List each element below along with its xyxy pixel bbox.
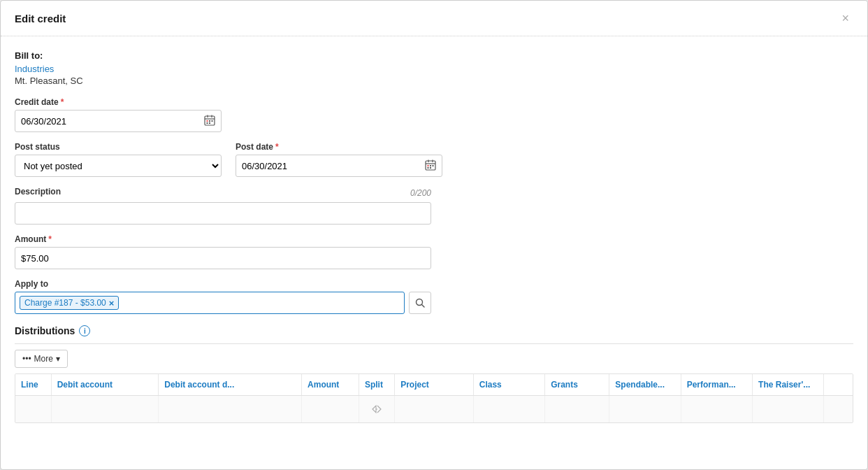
cell-grants bbox=[545, 396, 609, 422]
post-date-input-wrap bbox=[236, 155, 442, 177]
col-header-debit-account: Debit account bbox=[51, 374, 159, 396]
col-header-actions bbox=[824, 374, 853, 396]
col-header-amount: Amount bbox=[302, 374, 359, 396]
col-header-debit-account-d: Debit account d... bbox=[159, 374, 302, 396]
split-icon bbox=[365, 404, 389, 414]
distributions-table: Line Debit account Debit account d... Am… bbox=[15, 374, 853, 422]
distributions-header: Distributions i bbox=[15, 325, 853, 336]
distributions-toolbar: ••• More ▾ bbox=[15, 343, 853, 373]
more-label: More bbox=[34, 354, 53, 364]
apply-to-tags-container[interactable]: Charge #187 - $53.00 × bbox=[15, 292, 405, 314]
description-section: Description 0/200 bbox=[15, 187, 853, 225]
apply-to-search-button[interactable] bbox=[409, 292, 431, 314]
credit-date-section: Credit date * bbox=[15, 97, 853, 132]
cell-project bbox=[395, 396, 474, 422]
cell-amount bbox=[302, 396, 359, 422]
post-date-required-star: * bbox=[275, 142, 279, 152]
modal-header: Edit credit × bbox=[1, 1, 867, 36]
more-chevron-icon: ▾ bbox=[56, 354, 60, 364]
bill-to-name[interactable]: Industries bbox=[15, 64, 853, 74]
distributions-section: Distributions i ••• More ▾ Line Debit ac… bbox=[15, 325, 853, 423]
post-status-post-date-row: Post status Not yet posted Posted Post d… bbox=[15, 142, 853, 177]
amount-section: Amount * bbox=[15, 234, 853, 269]
col-header-spendable: Spendable... bbox=[609, 374, 681, 396]
svg-rect-15 bbox=[433, 165, 434, 166]
col-header-performance: Performan... bbox=[681, 374, 752, 396]
amount-input-wrap bbox=[15, 247, 431, 269]
post-status-label: Post status bbox=[15, 142, 222, 152]
bill-to-section: Bill to: Industries Mt. Pleasant, SC bbox=[15, 50, 853, 86]
tag-remove-button[interactable]: × bbox=[109, 299, 115, 308]
svg-rect-17 bbox=[430, 167, 431, 169]
bill-to-address: Mt. Pleasant, SC bbox=[15, 76, 853, 86]
cell-line bbox=[15, 396, 51, 422]
description-label: Description bbox=[15, 187, 61, 197]
svg-rect-7 bbox=[207, 122, 208, 124]
cell-spendable bbox=[609, 396, 681, 422]
cell-debit-account-d bbox=[159, 396, 302, 422]
distributions-table-body bbox=[15, 396, 853, 422]
credit-date-input-wrap bbox=[15, 110, 222, 132]
cell-raiser bbox=[753, 396, 824, 422]
amount-required-star: * bbox=[48, 234, 52, 244]
svg-line-19 bbox=[422, 305, 425, 308]
col-header-split: Split bbox=[359, 374, 394, 396]
col-header-raiser: The Raiser'... bbox=[753, 374, 824, 396]
edit-credit-modal: Edit credit × Bill to: Industries Mt. Pl… bbox=[0, 0, 868, 470]
distributions-info-icon: i bbox=[79, 325, 90, 336]
apply-to-tag: Charge #187 - $53.00 × bbox=[20, 296, 119, 310]
description-label-row: Description 0/200 bbox=[15, 187, 431, 199]
col-header-line: Line bbox=[15, 374, 51, 396]
post-date-calendar-button[interactable] bbox=[419, 159, 442, 173]
col-header-project: Project bbox=[395, 374, 474, 396]
amount-input[interactable] bbox=[15, 247, 431, 269]
amount-label: Amount * bbox=[15, 234, 853, 244]
cell-split bbox=[359, 396, 394, 422]
svg-rect-8 bbox=[209, 122, 210, 124]
svg-rect-13 bbox=[428, 165, 429, 166]
table-row bbox=[15, 396, 853, 422]
apply-to-section: Apply to Charge #187 - $53.00 × bbox=[15, 279, 853, 314]
modal-title: Edit credit bbox=[15, 13, 66, 24]
apply-to-row: Charge #187 - $53.00 × bbox=[15, 292, 431, 314]
post-date-input[interactable] bbox=[236, 161, 419, 171]
cell-debit-account bbox=[51, 396, 159, 422]
more-dots: ••• bbox=[22, 354, 31, 364]
apply-to-label: Apply to bbox=[15, 279, 853, 289]
col-header-class: Class bbox=[473, 374, 544, 396]
cell-performance bbox=[681, 396, 752, 422]
credit-date-calendar-button[interactable] bbox=[198, 115, 221, 128]
tag-label: Charge #187 - $53.00 bbox=[24, 298, 106, 308]
post-status-select[interactable]: Not yet posted Posted bbox=[15, 155, 222, 177]
modal-body: Bill to: Industries Mt. Pleasant, SC Cre… bbox=[1, 36, 867, 423]
svg-rect-16 bbox=[428, 167, 429, 169]
svg-rect-6 bbox=[212, 120, 213, 122]
more-button[interactable]: ••• More ▾ bbox=[15, 350, 68, 368]
credit-date-input[interactable] bbox=[15, 116, 198, 127]
cell-actions bbox=[824, 396, 853, 422]
post-date-col: Post date * bbox=[236, 142, 442, 177]
cell-class bbox=[473, 396, 544, 422]
post-date-label: Post date * bbox=[236, 142, 442, 152]
distributions-table-head: Line Debit account Debit account d... Am… bbox=[15, 374, 853, 396]
post-status-col: Post status Not yet posted Posted bbox=[15, 142, 222, 177]
close-button[interactable]: × bbox=[837, 10, 853, 26]
description-char-count: 0/200 bbox=[410, 188, 431, 198]
col-header-grants: Grants bbox=[545, 374, 609, 396]
svg-rect-5 bbox=[209, 120, 210, 122]
svg-rect-14 bbox=[430, 165, 431, 166]
bill-to-label: Bill to: bbox=[15, 50, 853, 61]
description-input[interactable] bbox=[15, 202, 431, 225]
credit-date-label: Credit date * bbox=[15, 97, 853, 107]
distributions-table-wrap: Line Debit account Debit account d... Am… bbox=[15, 373, 853, 423]
required-star: * bbox=[61, 97, 64, 107]
svg-rect-4 bbox=[207, 120, 208, 122]
distributions-label: Distributions bbox=[15, 325, 75, 336]
